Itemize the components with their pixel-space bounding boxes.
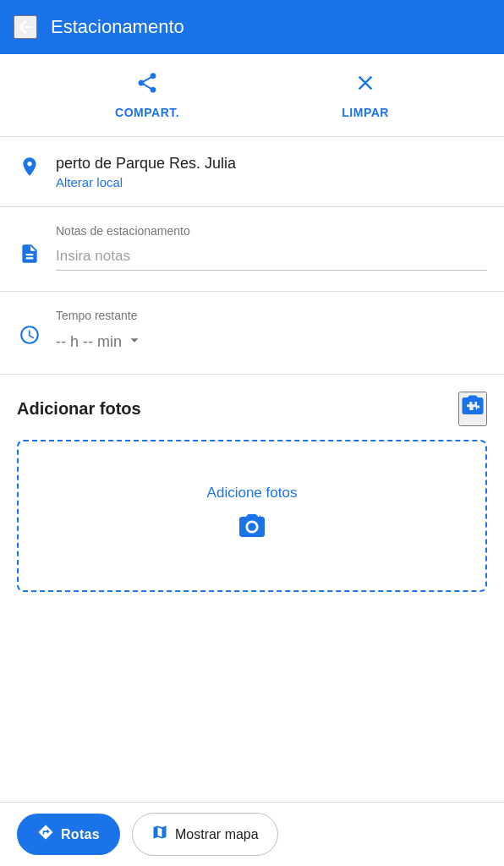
map-icon [151,824,168,845]
notes-icon [17,243,42,265]
add-photo-header-button[interactable] [458,392,487,426]
share-button[interactable]: COMPART. [115,71,179,119]
svg-text:+: + [257,512,263,524]
routes-button[interactable]: Rotas [17,814,120,855]
location-section: perto de Parque Res. Julia Alterar local [0,137,504,207]
close-icon [353,71,377,101]
share-label: COMPART. [115,106,179,119]
timer-select[interactable]: -- h -- min [56,331,487,354]
notes-content: Notas de estacionamento [56,224,487,271]
dropzone-label: Adicione fotos [207,485,298,502]
clear-label: LIMPAR [342,106,389,119]
photos-header: Adicionar fotos [17,392,487,426]
location-content: perto de Parque Res. Julia Alterar local [56,154,487,189]
back-arrow-icon [15,17,36,37]
timer-dropdown-icon [125,331,144,354]
timer-icon [17,324,42,346]
page-title: Estacionamento [51,16,184,38]
timer-content: Tempo restante -- h -- min [56,309,487,354]
clear-button[interactable]: LIMPAR [342,71,389,119]
navigation-icon [37,824,54,845]
timer-value: -- h -- min [56,333,122,351]
timer-label: Tempo restante [56,309,487,322]
bottom-bar: Rotas Mostrar mapa [0,802,504,866]
back-button[interactable] [14,15,37,39]
routes-label: Rotas [61,827,100,842]
share-icon [135,71,159,101]
app-header: Estacionamento [0,0,504,54]
notes-label: Notas de estacionamento [56,224,487,238]
dropzone-camera-icon: + [237,512,267,548]
location-name: perto de Parque Res. Julia [56,154,487,173]
change-location-link[interactable]: Alterar local [56,175,487,189]
notes-input[interactable] [56,244,487,271]
show-map-button[interactable]: Mostrar mapa [132,813,278,856]
location-icon [17,156,42,178]
show-map-label: Mostrar mapa [175,827,259,842]
timer-section: Tempo restante -- h -- min [0,292,504,375]
action-bar: COMPART. LIMPAR [0,54,504,137]
photos-title: Adicionar fotos [17,399,141,419]
photos-section: Adicionar fotos Adicione fotos + [0,375,504,606]
notes-section: Notas de estacionamento [0,207,504,292]
photo-dropzone[interactable]: Adicione fotos + [17,440,487,592]
